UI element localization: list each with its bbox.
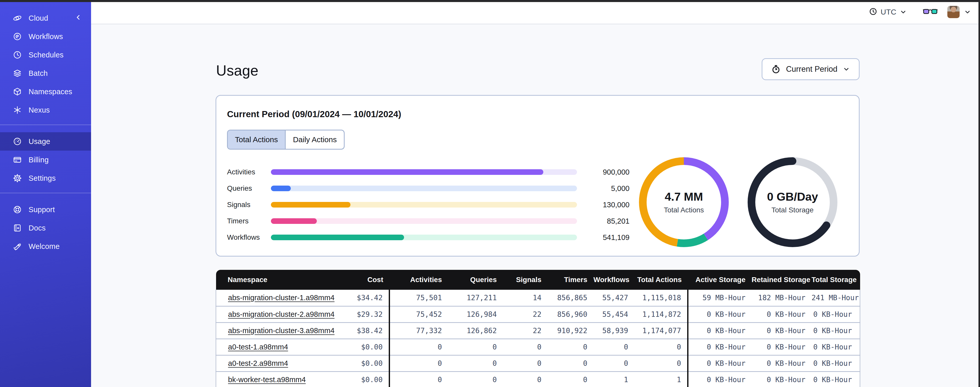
bar-value: 900,000 (577, 168, 630, 176)
sidebar-item-welcome[interactable]: Welcome (0, 237, 91, 256)
namespace-link[interactable]: bk-worker-test.a98mm4 (228, 376, 306, 384)
period-selector-button[interactable]: Current Period (762, 58, 860, 80)
sidebar-item-usage[interactable]: Usage (0, 132, 91, 150)
period-button-label: Current Period (786, 65, 837, 74)
sidebar-item-label: Workflows (29, 32, 63, 41)
sidebar-item-docs[interactable]: Docs (0, 219, 91, 237)
bar-row-activities: Activities 900,000 (227, 169, 630, 175)
bar-fill (271, 186, 291, 191)
value-cell: 22 (503, 306, 548, 322)
value-cell: $0.00 (339, 355, 390, 371)
bar-value: 541,109 (577, 233, 630, 242)
column-header: Activities (390, 270, 448, 290)
asterisk-icon (13, 106, 22, 115)
tab-daily-actions[interactable]: Daily Actions (286, 130, 344, 149)
sidebar-item-batch[interactable]: Batch (0, 64, 91, 82)
column-header: Active Storage (688, 270, 752, 290)
window-edge-right (978, 0, 980, 387)
donut-value: 0 GB/Day (767, 190, 818, 203)
value-cell: 1,115,018 (634, 290, 688, 306)
sidebar-item-label: Usage (29, 138, 50, 146)
column-header: Namespace (216, 270, 339, 290)
table-row: abs-migration-cluster-3.a98mm4$38.4277,3… (216, 322, 860, 339)
actions-bar-chart: Activities 900,000 Queries 5,000 Signals… (227, 169, 630, 251)
value-cell: 0 KB-Hour (752, 322, 811, 339)
chevron-down-icon (843, 66, 850, 73)
current-period-card: Current Period (09/01/2024 — 10/01/2024)… (216, 95, 860, 257)
value-cell: 1,174,077 (634, 322, 688, 339)
sidebar-item-workflows[interactable]: Workflows (0, 27, 91, 46)
user-menu-chevron[interactable] (964, 8, 971, 16)
avatar[interactable] (947, 6, 959, 18)
sidebar-item-schedules[interactable]: Schedules (0, 46, 91, 64)
sidebar-item-nexus[interactable]: Nexus (0, 101, 91, 119)
sidebar-item-billing[interactable]: Billing (0, 150, 91, 169)
value-cell: 0 KB-Hour (688, 322, 752, 339)
namespace-link[interactable]: abs-migration-cluster-2.a98mm4 (228, 310, 334, 318)
value-cell: 75,452 (390, 306, 448, 322)
window-edge-top (0, 0, 980, 2)
bar-label: Queries (227, 184, 271, 192)
bar-label: Timers (227, 217, 271, 225)
value-cell: 55,427 (593, 290, 634, 306)
bar-fill (271, 169, 543, 175)
value-cell: 55,454 (593, 306, 634, 322)
value-cell: $0.00 (339, 339, 390, 355)
sidebar-item-namespaces[interactable]: Namespaces (0, 82, 91, 101)
namespace-cell: a0-test-1.a98mm4 (216, 339, 339, 355)
value-cell: 0 KB-Hour (811, 339, 860, 355)
sidebar-item-support[interactable]: Support (0, 200, 91, 219)
sidebar-item-cloud[interactable]: Cloud (0, 9, 91, 27)
sidebar-item-label: Support (29, 205, 55, 214)
value-cell: 58,939 (593, 322, 634, 339)
value-cell: $29.32 (339, 306, 390, 322)
timezone-label: UTC (881, 8, 896, 16)
table-row: a0-test-1.a98mm4$0.000000000 KB-Hour0 KB… (216, 339, 860, 355)
credit-card-icon (13, 155, 22, 165)
namespace-link[interactable]: a0-test-2.a98mm4 (228, 359, 288, 367)
value-cell: 0 (634, 339, 688, 355)
value-cell: 0 KB-Hour (811, 355, 860, 371)
namespace-link[interactable]: abs-migration-cluster-3.a98mm4 (228, 326, 334, 335)
namespace-link[interactable]: a0-test-1.a98mm4 (228, 343, 288, 351)
sidebar-item-label: Docs (29, 224, 46, 232)
namespace-cell: abs-migration-cluster-2.a98mm4 (216, 306, 339, 322)
rocket-icon (13, 242, 22, 251)
namespace-link[interactable]: abs-migration-cluster-1.a98mm4 (228, 294, 334, 302)
orbit-icon (13, 14, 22, 23)
column-header: Timers (548, 270, 593, 290)
glasses-icon (923, 8, 938, 16)
value-cell: 0 KB-Hour (752, 355, 811, 371)
tab-total-actions[interactable]: Total Actions (228, 130, 286, 149)
bar-track (271, 169, 577, 175)
value-cell: 0 KB-Hour (752, 371, 811, 387)
value-cell: 0 (503, 339, 548, 355)
value-cell: 59 MB-Hour (688, 290, 752, 306)
namespace-cell: abs-migration-cluster-3.a98mm4 (216, 322, 339, 339)
bar-track (271, 218, 577, 224)
value-cell: 0 (548, 371, 593, 387)
value-cell: 0 (634, 355, 688, 371)
value-cell: 75,501 (390, 290, 448, 306)
bar-value: 130,000 (577, 201, 630, 209)
sidebar-item-settings[interactable]: Settings (0, 169, 91, 187)
feedback-glasses-button[interactable] (923, 8, 938, 16)
table-header-row: NamespaceCostActivitiesQueriesSignalsTim… (216, 270, 860, 290)
bar-row-queries: Queries 5,000 (227, 186, 630, 191)
value-cell: 1,114,872 (634, 306, 688, 322)
timezone-selector[interactable]: UTC (869, 7, 907, 17)
value-cell: 0 KB-Hour (811, 306, 860, 322)
column-header: Total Actions (634, 270, 688, 290)
bar-fill (271, 218, 317, 224)
value-cell: 0 KB-Hour (811, 371, 860, 387)
sidebar-item-label: Schedules (29, 51, 64, 59)
bar-label: Workflows (227, 233, 271, 241)
value-cell: 1 (593, 371, 634, 387)
value-cell: 856,960 (548, 306, 593, 322)
table-row: abs-migration-cluster-2.a98mm4$29.3275,4… (216, 306, 860, 322)
bar-value: 85,201 (577, 217, 630, 225)
sidebar-item-label: Settings (29, 174, 56, 182)
value-cell: 0 (390, 355, 448, 371)
layers-icon (13, 69, 22, 78)
value-cell: 77,332 (390, 322, 448, 339)
